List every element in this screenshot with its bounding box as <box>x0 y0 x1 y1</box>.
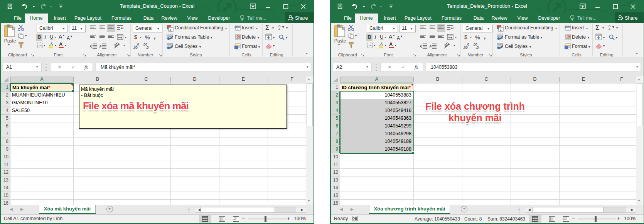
svg-text:≠: ≠ <box>500 28 502 32</box>
svg-text:≠: ≠ <box>170 28 172 32</box>
